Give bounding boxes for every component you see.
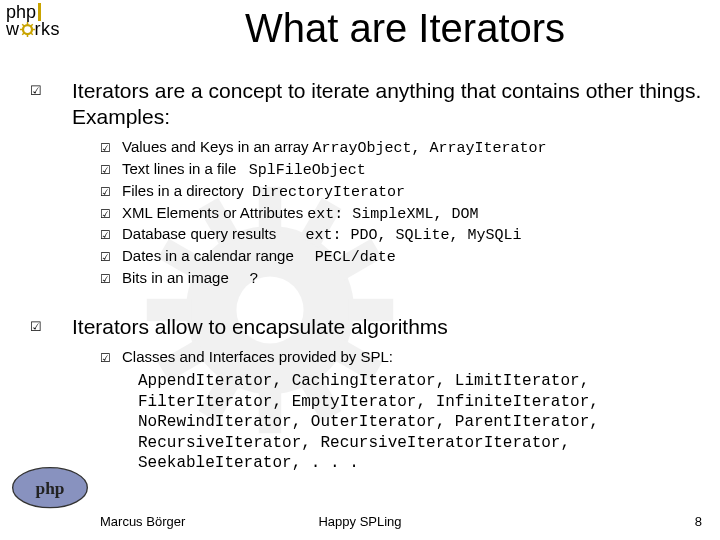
check-icon	[100, 347, 114, 367]
logo-text-rks: rks	[35, 19, 61, 39]
footer-page-number: 8	[695, 514, 702, 529]
check-icon	[100, 224, 114, 246]
check-icon	[100, 181, 114, 203]
slide-content: Iterators are a concept to iterate anyth…	[30, 78, 702, 474]
list-item: Values and Keys in an arrayArrayObject, …	[100, 137, 702, 159]
examples-list: Values and Keys in an arrayArrayObject, …	[100, 137, 702, 290]
phpworks-logo: php wrks	[6, 2, 92, 40]
svg-text:php: php	[36, 479, 65, 498]
logo-text-w: w	[6, 19, 20, 39]
spl-sub: Classes and Interfaces provided by SPL:	[100, 347, 702, 367]
check-icon	[30, 78, 44, 129]
list-item: Dates in a calendar range PECL/date	[100, 246, 702, 268]
check-icon	[100, 159, 114, 181]
bullet-1-text: Iterators are a concept to iterate anyth…	[44, 78, 702, 129]
slide-footer: Marcus Börger Happy SPLing 8	[0, 514, 720, 534]
list-item: XML Elements or Attributes ext: SimpleXM…	[100, 203, 702, 225]
list-item: Database query results ext: PDO, SQLite,…	[100, 224, 702, 246]
list-item: Bits in an image ?	[100, 268, 702, 290]
list-item: Classes and Interfaces provided by SPL:	[100, 347, 702, 367]
check-icon	[30, 314, 44, 340]
list-item: Text lines in a file SplFileObject	[100, 159, 702, 181]
bullet-1: Iterators are a concept to iterate anyth…	[30, 78, 702, 129]
bullet-2: Iterators allow to encapsulate algorithm…	[30, 314, 702, 340]
check-icon	[100, 268, 114, 290]
svg-rect-15	[26, 22, 28, 25]
list-item: Files in a directory DirectoryIterator	[100, 181, 702, 203]
spl-class-list: AppendIterator, CachingIterator, LimitIt…	[138, 371, 702, 473]
gear-icon	[20, 22, 35, 37]
svg-point-14	[23, 25, 32, 34]
bullet-2-text: Iterators allow to encapsulate algorithm…	[44, 314, 702, 340]
check-icon	[100, 246, 114, 268]
check-icon	[100, 203, 114, 225]
svg-rect-16	[26, 34, 28, 37]
check-icon	[100, 137, 114, 159]
slide-title: What are Iterators	[100, 6, 710, 51]
footer-title: Happy SPLing	[0, 514, 720, 529]
svg-rect-17	[20, 29, 23, 31]
